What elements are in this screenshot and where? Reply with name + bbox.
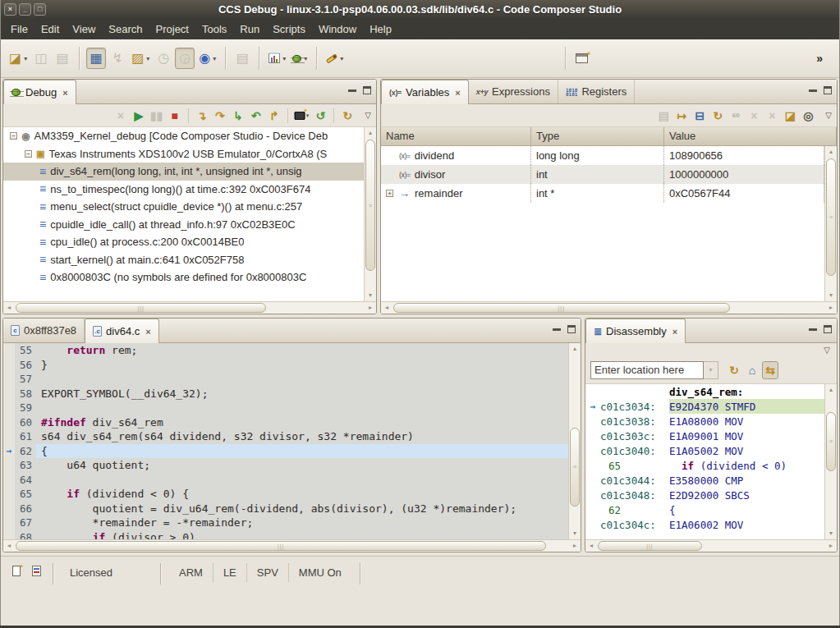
disassembly-hscrollbar[interactable]: ◂ ||| ▸ [585,539,837,552]
debug-target-button[interactable]: ▦ [86,48,106,69]
scroll-left-icon[interactable]: ◂ [585,540,597,552]
debug-tree-item[interactable]: ≡start_kernel() at main.c:641 0xC052F758 [3,251,364,269]
go-home-button[interactable]: ⌂ [744,361,760,379]
breakpoint-gutter[interactable] [3,473,15,488]
code-line[interactable]: 59 [3,401,568,415]
debug-tree-item[interactable]: ≡div_s64_rem(long long, int, int *, unsi… [3,163,364,181]
maximize-panel-icon[interactable] [824,325,832,333]
menu-scripts[interactable]: Scripts [266,21,312,38]
scroll-right-icon[interactable]: ▸ [825,540,837,552]
collapse-expander-icon[interactable]: − [10,132,17,140]
cpu-reset-button[interactable]: ▾ [293,107,311,125]
debug-tree-item[interactable]: ≡cpu_idle() at process.c:200 0xC0014BE0 [3,233,364,251]
breakpoint-gutter[interactable] [3,358,15,373]
step-into-button[interactable]: ↴ [194,107,210,125]
restart-button[interactable]: ↺ [312,107,328,125]
column-value[interactable]: Value [664,127,837,145]
maximize-window-button[interactable]: □ [34,3,46,16]
code-line[interactable]: 56} [3,358,568,373]
disassembly-line[interactable]: c01c304c:E1A06002 MOV [585,517,824,532]
variable-row[interactable]: +→remainderint *0xC0567F44 [381,184,824,203]
tab-expressions[interactable]: x+y Expressions [469,80,558,103]
fast-view-icon[interactable] [12,566,21,576]
collapse-expander-icon[interactable]: − [25,150,32,158]
dropdown-icon[interactable]: ▾ [340,55,343,62]
disassembly-hscroll-thumb[interactable]: ||| [598,541,702,551]
disassembly-listing[interactable]: div_s64_rem:→c01c3034:E92D4370 STMFDc01c… [585,384,824,539]
debug-hscroll-thumb[interactable]: ||| [16,303,266,313]
new-target-configuration-button[interactable]: ◉▾ [196,48,218,69]
view-menu-icon[interactable]: ▽ [824,346,830,355]
scroll-right-icon[interactable]: ▸ [569,540,581,552]
menu-edit[interactable]: Edit [34,21,66,38]
code-line[interactable]: 64 [3,473,568,488]
tab-debug[interactable]: Debug × [3,80,76,104]
tab-variables[interactable]: (x)= Variables × [381,80,469,104]
disassembly-line[interactable]: div_s64_rem: [585,384,824,399]
breakpoint-gutter[interactable] [3,429,15,444]
view-menu-icon[interactable]: ▽ [825,111,832,120]
breakpoint-gutter[interactable] [3,401,15,415]
column-type[interactable]: Type [531,127,664,145]
menu-project[interactable]: Project [149,21,195,38]
scroll-right-icon[interactable]: ▸ [825,302,837,314]
close-window-button[interactable]: × [4,3,16,16]
source-code-area[interactable]: 55 return rem;56}5758EXPORT_SYMBOL(__div… [3,343,568,539]
maximize-panel-icon[interactable] [363,86,371,94]
disassembly-line[interactable]: c01c303c:E1A09001 MOV [585,429,824,443]
menu-window[interactable]: Window [312,21,363,38]
menu-run[interactable]: Run [233,21,266,38]
dropdown-icon[interactable]: ▾ [213,55,216,62]
debug-hscrollbar[interactable]: ◂ ||| ▸ [3,301,376,314]
scroll-up-icon[interactable]: ▴ [365,127,376,139]
variable-row[interactable]: (x)=dividendlong long108900656 [381,146,824,165]
breakpoint-gutter[interactable] [3,502,15,516]
scroll-left-icon[interactable]: ◂ [3,302,15,314]
debug-tree-item[interactable]: −◉AM3359_Kernel_debug [Code Composer Stu… [3,127,364,145]
menu-view[interactable]: View [66,21,102,38]
tab-disassembly[interactable]: ≣ Disassembly × [585,319,686,343]
variables-hscrollbar[interactable]: ◂ ||| ▸ [381,301,837,314]
editor-hscroll-thumb[interactable]: ||| [16,541,546,551]
debug-launch-button[interactable]: ▾ [290,48,310,69]
maximize-panel-icon[interactable] [567,325,576,333]
menu-tools[interactable]: Tools [195,21,233,38]
tab-memory-address[interactable]: c 0x8ff837e8 [3,319,85,342]
step-return-button[interactable]: ↱ [266,107,282,125]
debug-vscroll-thumb[interactable]: ≡ [365,140,375,271]
tab-div64-c[interactable]: .c div64.c × [85,319,159,343]
close-icon[interactable]: × [455,88,460,98]
expand-expander-icon[interactable]: + [386,190,393,197]
scroll-down-icon[interactable]: ▾ [825,290,837,301]
breakpoint-gutter[interactable] [3,415,15,430]
collapse-all-button[interactable]: ⊟ [691,107,708,125]
breakpoint-gutter[interactable] [3,458,15,473]
link-with-active-debug-context-button[interactable]: ⇆ [762,361,778,379]
code-line[interactable]: 68 if (divisor > 0) [3,530,568,540]
close-icon[interactable]: × [145,327,150,337]
maximize-panel-icon[interactable] [824,86,832,94]
code-line[interactable]: 60#ifndef div_s64_rem [3,415,568,430]
debug-tree-item[interactable]: ≡0x8000803C (no symbols are defined for … [3,268,364,286]
debug-vscrollbar[interactable]: ▴ ≡ ▾ [364,127,376,301]
code-line[interactable]: 67 *remainder = -*remainder; [3,516,568,530]
breakpoint-gutter[interactable] [3,372,15,387]
scroll-left-icon[interactable]: ◂ [381,302,392,314]
close-icon[interactable]: × [672,327,677,337]
new-wizard-button[interactable]: ◪▾ [7,48,30,69]
disassembly-line[interactable]: 65 if (dividend < 0) [585,458,824,473]
code-line[interactable]: 55 return rem; [3,343,568,358]
editor-vscroll-thumb[interactable]: ≡ [570,428,580,507]
disassembly-vscrollbar[interactable]: ▴ ≡ ▾ [824,384,837,539]
disassembly-line[interactable]: c01c3044:E3580000 CMP [585,473,824,488]
toolbar-overflow-chevron[interactable]: » [816,52,823,65]
breakpoint-gutter[interactable] [3,387,15,401]
error-log-icon[interactable] [32,566,41,576]
menu-help[interactable]: Help [363,21,398,38]
code-line[interactable]: 58EXPORT_SYMBOL(__div64_32); [3,387,568,401]
debug-tree-item[interactable]: ≡ns_to_timespec(long long)() at time.c:3… [3,181,364,199]
minimize-panel-icon[interactable] [348,89,356,92]
disassembly-vscroll-thumb[interactable]: ≡ [826,412,836,471]
column-name[interactable]: Name [381,127,531,145]
variables-hscroll-thumb[interactable]: ||| [393,303,730,313]
